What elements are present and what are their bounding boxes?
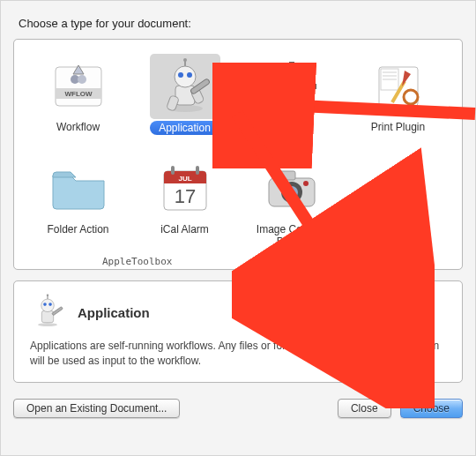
type-label: Workflow — [56, 121, 100, 133]
folder-icon — [43, 156, 114, 221]
svg-point-44 — [286, 186, 298, 198]
type-label: Print Plugin — [371, 121, 425, 133]
svg-point-48 — [41, 299, 55, 312]
svg-point-9 — [178, 72, 183, 78]
gear-icon — [257, 54, 327, 119]
description-body: Applications are self-running workflows.… — [30, 339, 446, 369]
calendar-icon: JUL 17 — [150, 156, 220, 221]
type-label: Service — [273, 121, 309, 133]
template-chooser-sheet: Choose a type for your document: WFLOW W… — [0, 0, 476, 456]
types-grid: WFLOW Workflow — [26, 52, 450, 253]
type-label: Folder Action — [47, 223, 108, 235]
choose-button[interactable]: Choose — [400, 399, 463, 418]
types-panel: WFLOW Workflow — [13, 39, 463, 270]
description-panel: Application Applications are self-runnin… — [13, 280, 463, 383]
svg-rect-19 — [267, 84, 278, 89]
watermark-text: AppleToolbox — [102, 256, 172, 267]
svg-rect-18 — [289, 101, 294, 111]
robot-icon — [150, 54, 220, 119]
type-label: iCal Alarm — [160, 223, 209, 235]
print-icon — [363, 54, 434, 119]
svg-point-5 — [78, 75, 86, 84]
open-existing-button[interactable]: Open an Existing Document... — [13, 399, 180, 418]
svg-point-46 — [38, 323, 57, 326]
svg-point-10 — [187, 72, 192, 78]
type-label: Image Capture Plugin — [248, 223, 336, 248]
svg-text:17: 17 — [174, 185, 195, 207]
type-item-workflow[interactable]: WFLOW Workflow — [30, 52, 127, 147]
type-item-application[interactable]: Application — [137, 52, 234, 147]
svg-point-49 — [43, 303, 47, 306]
svg-point-45 — [303, 181, 309, 186]
svg-point-50 — [48, 303, 52, 306]
svg-point-8 — [175, 66, 196, 87]
camera-icon — [257, 156, 327, 221]
svg-text:JUL: JUL — [178, 175, 191, 183]
svg-rect-40 — [196, 166, 199, 175]
type-item-service[interactable]: Service — [243, 52, 340, 147]
robot-icon — [30, 294, 65, 332]
type-label: Application — [150, 121, 219, 135]
svg-point-52 — [47, 295, 48, 296]
type-item-ical-alarm[interactable]: JUL 17 iCal Alarm — [137, 154, 234, 250]
svg-point-12 — [183, 58, 187, 62]
close-button[interactable]: Close — [338, 399, 391, 418]
type-item-print-plugin[interactable]: Print Plugin — [350, 52, 447, 147]
svg-rect-47 — [41, 310, 53, 322]
wflow-icon: WFLOW — [43, 54, 114, 119]
svg-point-25 — [285, 79, 299, 93]
type-item-folder-action[interactable]: Folder Action — [30, 154, 127, 250]
description-title: Application — [78, 305, 150, 320]
type-item-image-capture-plugin[interactable]: Image Capture Plugin — [243, 154, 340, 250]
svg-text:WFLOW: WFLOW — [64, 90, 93, 98]
prompt-label: Choose a type for your document: — [19, 17, 463, 30]
svg-rect-20 — [306, 84, 316, 89]
svg-rect-42 — [279, 171, 295, 180]
svg-rect-17 — [289, 62, 294, 72]
svg-rect-39 — [171, 166, 175, 175]
button-row: Open an Existing Document... Close Choos… — [13, 399, 463, 418]
